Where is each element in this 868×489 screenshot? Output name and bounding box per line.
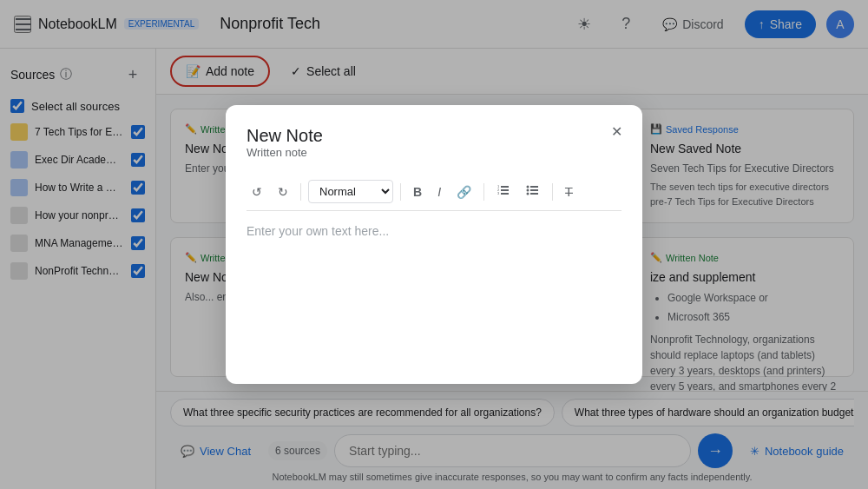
clear-format-button[interactable]: T̶ xyxy=(560,182,578,202)
toolbar-divider-1 xyxy=(300,183,301,201)
svg-point-9 xyxy=(527,186,529,188)
ordered-list-button[interactable]: 1 2 3 xyxy=(491,180,516,203)
svg-rect-1 xyxy=(501,189,509,191)
modal-close-button[interactable]: ✕ xyxy=(604,119,628,143)
bold-button[interactable]: B xyxy=(408,182,427,202)
svg-rect-8 xyxy=(530,193,538,195)
modal-subtitle: Written note xyxy=(247,146,621,159)
svg-point-11 xyxy=(527,193,529,195)
unordered-list-button[interactable] xyxy=(521,180,545,203)
redo-button[interactable]: ↻ xyxy=(273,182,293,202)
modal-title: New Note xyxy=(247,126,621,146)
toolbar-divider-2 xyxy=(400,183,401,201)
toolbar-divider-3 xyxy=(483,183,484,201)
modal-overlay[interactable]: ✕ New Note Written note ↺ ↻ Normal Headi… xyxy=(0,0,868,489)
svg-rect-0 xyxy=(501,186,509,188)
toolbar-divider-4 xyxy=(552,183,553,201)
svg-rect-6 xyxy=(530,186,538,188)
modal-header: New Note Written note xyxy=(247,126,621,159)
link-button[interactable]: 🔗 xyxy=(451,182,477,202)
svg-point-10 xyxy=(527,189,529,192)
italic-button[interactable]: I xyxy=(432,182,446,202)
modal-toolbar: ↺ ↻ Normal Heading 1 Heading 2 Heading 3… xyxy=(247,173,621,211)
svg-text:3: 3 xyxy=(497,191,500,195)
undo-button[interactable]: ↺ xyxy=(247,182,267,202)
svg-rect-7 xyxy=(530,189,538,191)
format-select[interactable]: Normal Heading 1 Heading 2 Heading 3 xyxy=(308,180,393,203)
note-modal: ✕ New Note Written note ↺ ↻ Normal Headi… xyxy=(226,105,642,384)
svg-rect-2 xyxy=(501,193,509,195)
note-text-input[interactable] xyxy=(247,221,621,360)
